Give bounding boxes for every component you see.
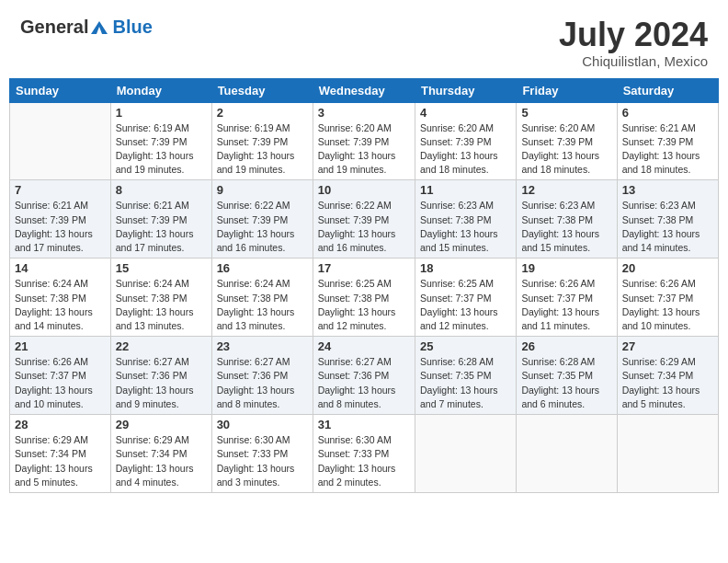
calendar-cell: 29Sunrise: 6:29 AM Sunset: 7:34 PM Dayli…	[110, 415, 211, 493]
calendar-cell: 25Sunrise: 6:28 AM Sunset: 7:35 PM Dayli…	[415, 337, 516, 415]
calendar-cell: 1Sunrise: 6:19 AM Sunset: 7:39 PM Daylig…	[110, 102, 211, 180]
calendar-cell: 9Sunrise: 6:22 AM Sunset: 7:39 PM Daylig…	[211, 180, 313, 259]
calendar-cell	[415, 415, 516, 493]
weekday-header-cell: Saturday	[617, 78, 718, 102]
day-number: 28	[15, 418, 106, 431]
day-info: Sunrise: 6:21 AM Sunset: 7:39 PM Dayligh…	[15, 199, 106, 255]
day-number: 6	[622, 106, 713, 120]
day-number: 14	[15, 261, 106, 275]
weekday-header-cell: Friday	[517, 78, 617, 102]
title-block: July 2024 Chiquilistlan, Mexico	[559, 17, 708, 69]
calendar-cell: 11Sunrise: 6:23 AM Sunset: 7:38 PM Dayli…	[415, 180, 516, 259]
day-number: 27	[622, 339, 713, 353]
calendar-table: SundayMondayTuesdayWednesdayThursdayFrid…	[9, 78, 719, 493]
day-number: 18	[420, 261, 511, 275]
page-header: General Blue July 2024 Chiquilistlan, Me…	[9, 9, 719, 73]
calendar-cell: 31Sunrise: 6:30 AM Sunset: 7:33 PM Dayli…	[313, 415, 415, 493]
calendar-cell: 19Sunrise: 6:26 AM Sunset: 7:37 PM Dayli…	[517, 259, 617, 337]
calendar-cell: 10Sunrise: 6:22 AM Sunset: 7:39 PM Dayli…	[313, 180, 415, 259]
calendar-cell: 22Sunrise: 6:27 AM Sunset: 7:36 PM Dayli…	[110, 337, 211, 415]
day-number: 26	[521, 339, 611, 353]
day-info: Sunrise: 6:24 AM Sunset: 7:38 PM Dayligh…	[15, 277, 106, 333]
day-info: Sunrise: 6:21 AM Sunset: 7:39 PM Dayligh…	[116, 199, 207, 255]
day-info: Sunrise: 6:26 AM Sunset: 7:37 PM Dayligh…	[15, 355, 106, 411]
calendar-row: 7Sunrise: 6:21 AM Sunset: 7:39 PM Daylig…	[10, 180, 719, 259]
day-number: 7	[15, 183, 106, 197]
day-info: Sunrise: 6:28 AM Sunset: 7:35 PM Dayligh…	[521, 355, 611, 411]
calendar-cell: 15Sunrise: 6:24 AM Sunset: 7:38 PM Dayli…	[110, 259, 211, 337]
calendar-cell: 26Sunrise: 6:28 AM Sunset: 7:35 PM Dayli…	[517, 337, 617, 415]
calendar-row: 1Sunrise: 6:19 AM Sunset: 7:39 PM Daylig…	[10, 102, 719, 180]
calendar-cell: 5Sunrise: 6:20 AM Sunset: 7:39 PM Daylig…	[517, 102, 617, 180]
day-number: 17	[318, 261, 410, 275]
day-info: Sunrise: 6:29 AM Sunset: 7:34 PM Dayligh…	[622, 355, 713, 411]
calendar-cell: 13Sunrise: 6:23 AM Sunset: 7:38 PM Dayli…	[617, 180, 718, 259]
day-info: Sunrise: 6:28 AM Sunset: 7:35 PM Dayligh…	[420, 355, 511, 411]
day-info: Sunrise: 6:22 AM Sunset: 7:39 PM Dayligh…	[217, 199, 308, 255]
day-number: 16	[217, 261, 308, 275]
calendar-row: 28Sunrise: 6:29 AM Sunset: 7:34 PM Dayli…	[10, 415, 719, 493]
calendar-cell: 16Sunrise: 6:24 AM Sunset: 7:38 PM Dayli…	[211, 259, 313, 337]
weekday-header-cell: Monday	[110, 78, 211, 102]
day-number: 15	[116, 261, 207, 275]
day-info: Sunrise: 6:23 AM Sunset: 7:38 PM Dayligh…	[622, 199, 713, 255]
calendar-cell: 6Sunrise: 6:21 AM Sunset: 7:39 PM Daylig…	[617, 102, 718, 180]
day-info: Sunrise: 6:27 AM Sunset: 7:36 PM Dayligh…	[116, 355, 207, 411]
weekday-header-cell: Sunday	[10, 78, 111, 102]
calendar-cell: 18Sunrise: 6:25 AM Sunset: 7:37 PM Dayli…	[415, 259, 516, 337]
logo: General Blue	[20, 17, 153, 38]
day-number: 24	[318, 339, 410, 353]
day-info: Sunrise: 6:24 AM Sunset: 7:38 PM Dayligh…	[116, 277, 207, 333]
calendar-cell: 8Sunrise: 6:21 AM Sunset: 7:39 PM Daylig…	[110, 180, 211, 259]
day-info: Sunrise: 6:30 AM Sunset: 7:33 PM Dayligh…	[318, 433, 410, 489]
day-number: 1	[116, 106, 207, 120]
calendar-cell: 7Sunrise: 6:21 AM Sunset: 7:39 PM Daylig…	[10, 180, 111, 259]
day-info: Sunrise: 6:29 AM Sunset: 7:34 PM Dayligh…	[15, 433, 106, 489]
day-number: 30	[217, 418, 308, 431]
calendar-cell: 28Sunrise: 6:29 AM Sunset: 7:34 PM Dayli…	[10, 415, 111, 493]
day-number: 19	[521, 261, 611, 275]
day-info: Sunrise: 6:25 AM Sunset: 7:37 PM Dayligh…	[420, 277, 511, 333]
day-info: Sunrise: 6:19 AM Sunset: 7:39 PM Dayligh…	[116, 121, 207, 178]
calendar-row: 21Sunrise: 6:26 AM Sunset: 7:37 PM Dayli…	[10, 337, 719, 415]
day-number: 9	[217, 183, 308, 197]
day-info: Sunrise: 6:29 AM Sunset: 7:34 PM Dayligh…	[116, 433, 207, 489]
day-number: 3	[318, 106, 410, 120]
calendar-cell: 3Sunrise: 6:20 AM Sunset: 7:39 PM Daylig…	[313, 102, 415, 180]
day-number: 12	[521, 183, 611, 197]
day-info: Sunrise: 6:20 AM Sunset: 7:39 PM Dayligh…	[318, 121, 410, 178]
calendar-row: 14Sunrise: 6:24 AM Sunset: 7:38 PM Dayli…	[10, 259, 719, 337]
logo-blue-text: Blue	[112, 17, 152, 38]
weekday-header-cell: Tuesday	[211, 78, 313, 102]
calendar-cell: 4Sunrise: 6:20 AM Sunset: 7:39 PM Daylig…	[415, 102, 516, 180]
day-info: Sunrise: 6:21 AM Sunset: 7:39 PM Dayligh…	[622, 121, 713, 178]
day-info: Sunrise: 6:20 AM Sunset: 7:39 PM Dayligh…	[420, 121, 511, 178]
calendar-cell: 17Sunrise: 6:25 AM Sunset: 7:38 PM Dayli…	[313, 259, 415, 337]
calendar-cell: 30Sunrise: 6:30 AM Sunset: 7:33 PM Dayli…	[211, 415, 313, 493]
month-title: July 2024	[559, 17, 708, 53]
day-number: 22	[116, 339, 207, 353]
calendar-cell: 23Sunrise: 6:27 AM Sunset: 7:36 PM Dayli…	[211, 337, 313, 415]
calendar-cell: 21Sunrise: 6:26 AM Sunset: 7:37 PM Dayli…	[10, 337, 111, 415]
logo-icon	[89, 17, 109, 38]
day-info: Sunrise: 6:24 AM Sunset: 7:38 PM Dayligh…	[217, 277, 308, 333]
day-info: Sunrise: 6:22 AM Sunset: 7:39 PM Dayligh…	[318, 199, 410, 255]
day-number: 21	[15, 339, 106, 353]
weekday-header-row: SundayMondayTuesdayWednesdayThursdayFrid…	[10, 78, 719, 102]
day-info: Sunrise: 6:19 AM Sunset: 7:39 PM Dayligh…	[217, 121, 308, 178]
calendar-cell: 20Sunrise: 6:26 AM Sunset: 7:37 PM Dayli…	[617, 259, 718, 337]
weekday-header-cell: Wednesday	[313, 78, 415, 102]
day-number: 20	[622, 261, 713, 275]
logo-general-text: General	[20, 17, 88, 38]
day-number: 5	[521, 106, 611, 120]
weekday-header-cell: Thursday	[415, 78, 516, 102]
day-info: Sunrise: 6:27 AM Sunset: 7:36 PM Dayligh…	[318, 355, 410, 411]
day-number: 25	[420, 339, 511, 353]
calendar-body: 1Sunrise: 6:19 AM Sunset: 7:39 PM Daylig…	[10, 102, 719, 492]
day-info: Sunrise: 6:27 AM Sunset: 7:36 PM Dayligh…	[217, 355, 308, 411]
calendar-cell: 27Sunrise: 6:29 AM Sunset: 7:34 PM Dayli…	[617, 337, 718, 415]
day-info: Sunrise: 6:23 AM Sunset: 7:38 PM Dayligh…	[521, 199, 611, 255]
day-number: 23	[217, 339, 308, 353]
location: Chiquilistlan, Mexico	[559, 53, 708, 69]
day-number: 10	[318, 183, 410, 197]
